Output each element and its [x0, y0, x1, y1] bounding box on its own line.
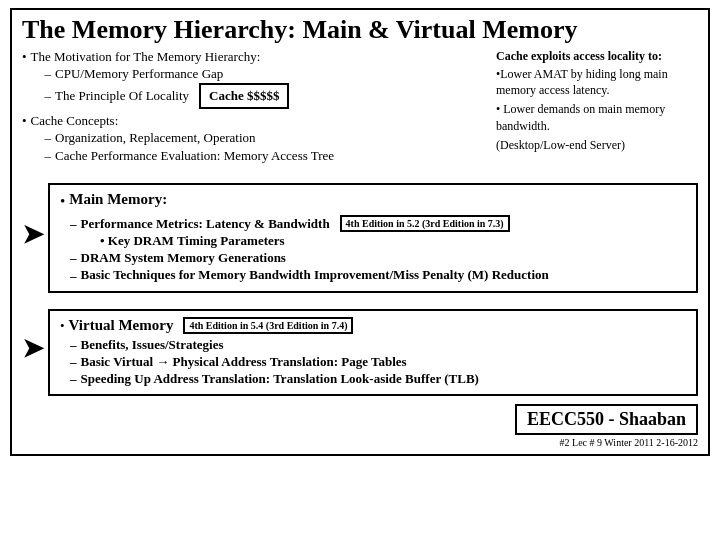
arrow-vm: ➤ — [22, 333, 44, 364]
dash-mm-2: – — [70, 250, 77, 266]
bullet2-sub1: Organization, Replacement, Operation — [55, 129, 255, 147]
bullet-mm-sub: • — [100, 233, 108, 248]
dash-2: – — [45, 87, 52, 105]
bullet2-label: Cache Concepts: — [31, 113, 119, 128]
mm-edition-badge1: 4th Edition in 5.2 (3rd Edition in 7.3) — [340, 215, 510, 232]
cache-right-item2: • Lower demands on main memory bandwidth… — [496, 101, 698, 135]
page-title: The Memory Hierarchy: Main & Virtual Mem… — [22, 16, 698, 45]
main-memory-header: Main Memory: — [69, 191, 167, 208]
vm-item3: Speeding Up Address Translation: Transla… — [81, 371, 479, 387]
bullet1-sub2: The Principle Of Locality — [55, 87, 189, 105]
mm-item1-text: Performance Metrics: Latency & Bandwidth — [81, 216, 330, 232]
section-bullet-main: • — [60, 193, 65, 210]
arrow-main: ➤ — [22, 219, 44, 250]
bullet1-sub1: CPU/Memory Performance Gap — [55, 65, 223, 83]
dash-vm-1: – — [70, 337, 77, 353]
vm-item2: Basic Virtual → Physical Address Transla… — [81, 354, 407, 370]
bullet2-sub2: Cache Performance Evaluation: Memory Acc… — [55, 147, 334, 165]
footer-sub: #2 Lec # 9 Winter 2011 2-16-2012 — [560, 437, 698, 448]
cache-box: Cache $$$$$ — [199, 83, 289, 109]
footer-title: EECC550 - Shaaban — [515, 404, 698, 435]
dash-1: – — [45, 65, 52, 83]
vm-item1: Benefits, Issues/Strategies — [81, 337, 224, 353]
dash-vm-2: – — [70, 354, 77, 370]
dash-vm-3: – — [70, 371, 77, 387]
vm-header: Virtual Memory — [69, 317, 174, 334]
section-bullet-vm: • — [60, 318, 65, 334]
dash-mm-3: – — [70, 268, 77, 284]
cache-right-title: Cache exploits access locality to: — [496, 49, 698, 64]
cache-right-item3: (Desktop/Low-end Server) — [496, 137, 698, 154]
mm-item2-text: DRAM System Memory Generations — [81, 250, 286, 266]
dash-3: – — [45, 129, 52, 147]
cache-right-item1: •Lower AMAT by hiding long main memory a… — [496, 66, 698, 100]
bullet-dot-1: • — [22, 49, 27, 65]
mm-item3-text: Basic Techniques for Memory Bandwidth Im… — [81, 267, 549, 283]
dash-4: – — [45, 147, 52, 165]
vm-edition-badge: 4th Edition in 5.4 (3rd Edition in 7.4) — [183, 317, 353, 334]
bullet1-label: The Motivation for The Memory Hierarchy: — [31, 49, 261, 64]
mm-sub-item: • Key DRAM Timing Parameters — [100, 233, 686, 249]
dash-mm-1: – — [70, 216, 77, 232]
bullet-dot-2: • — [22, 113, 27, 129]
